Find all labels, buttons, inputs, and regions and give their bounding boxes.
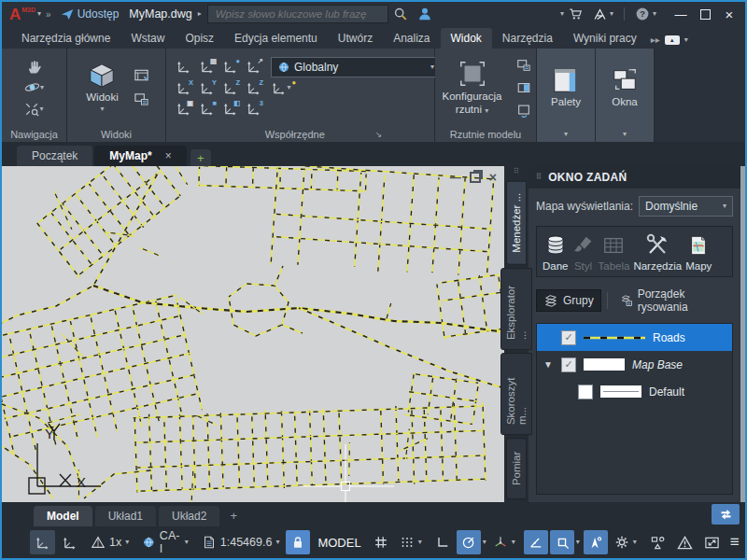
ortho-toggle[interactable] xyxy=(430,530,455,554)
clean-screen-button[interactable] xyxy=(699,530,725,554)
ucs-face-button[interactable]: ■ xyxy=(195,99,218,119)
ribbon-tab-wyniki-pracy[interactable]: Wyniki pracy xyxy=(563,28,647,49)
layout-tab-uklad1[interactable]: Układ1 xyxy=(95,506,156,526)
expand-chevron-icon[interactable]: ▼ xyxy=(543,359,554,370)
ribbon-tab-narzedzia[interactable]: Narzędzia xyxy=(492,28,563,49)
qat-expand-icon[interactable]: » xyxy=(46,9,51,20)
drawing-close-icon[interactable]: × xyxy=(489,171,497,184)
ribbon-tab-analiza[interactable]: Analiza xyxy=(383,28,440,49)
side-tab-skoroszyt[interactable]: Skoroszyt m... xyxy=(500,353,532,435)
autocad-app-icon[interactable]: AM3D xyxy=(9,7,35,22)
pan-button[interactable] xyxy=(24,57,45,76)
data-button[interactable]: Dane xyxy=(543,233,569,272)
viewport-join-button[interactable] xyxy=(514,78,534,97)
ucs-button[interactable] xyxy=(172,57,194,77)
ucs-rotate-z-button[interactable]: Z xyxy=(218,78,241,98)
palettes-button[interactable]: Palety xyxy=(543,64,588,110)
viewport-restore-button[interactable] xyxy=(514,101,534,119)
share-button[interactable]: Udostęp xyxy=(56,4,124,24)
viewport-named-button[interactable] xyxy=(514,56,534,75)
coordinate-system-dropdown[interactable]: Globalny ▾ xyxy=(271,57,441,77)
polar-tracking-toggle[interactable] xyxy=(457,530,481,554)
app-menu-caret-icon[interactable]: ▾ xyxy=(37,10,41,18)
settings-button[interactable]: ▾ xyxy=(610,530,641,554)
display-map-dropdown[interactable]: Domyślnie ▾ xyxy=(639,196,733,217)
panel-caret-palety[interactable]: ▾ xyxy=(537,126,595,142)
layer-row-default[interactable]: Default xyxy=(537,378,732,405)
draw-order-button[interactable]: Porządek rysowania xyxy=(613,285,733,316)
orbit-button[interactable]: ▾ xyxy=(18,78,51,97)
drawing-minimize-icon[interactable]: — xyxy=(450,172,461,183)
isolate-objects-button[interactable] xyxy=(645,530,670,554)
file-caret-icon[interactable]: ▸ xyxy=(198,10,202,18)
ucs-world-button[interactable]: ● xyxy=(218,57,241,77)
drawing-canvas[interactable]: Y X — × xyxy=(2,166,504,502)
close-button[interactable]: × xyxy=(717,5,741,23)
ribbon-minimize-button[interactable]: ▲ xyxy=(665,35,680,45)
layer-row-roads[interactable]: ✓ Roads xyxy=(537,324,732,351)
default-checkbox[interactable] xyxy=(578,385,593,399)
zoom-extents-button[interactable]: ▾ xyxy=(18,100,51,119)
ucs-origin-button[interactable]: ●▾ xyxy=(265,78,297,98)
maps-button[interactable]: Mapy xyxy=(685,233,712,272)
file-tab-poczatek[interactable]: Początek xyxy=(17,146,92,166)
ribbon-minimize-caret-icon[interactable]: ▾ xyxy=(684,36,688,44)
task-pane-toggle-button[interactable] xyxy=(712,504,740,525)
file-tab-mymap[interactable]: MyMap*× xyxy=(94,146,186,166)
scale-lock-toggle[interactable] xyxy=(286,530,310,554)
layout-tab-model[interactable]: Model xyxy=(34,506,92,526)
tools-button[interactable]: Narzędzia xyxy=(633,233,682,272)
view-manager-button[interactable] xyxy=(132,91,152,109)
minimize-button[interactable]: — xyxy=(669,5,693,23)
named-views-button[interactable] xyxy=(132,66,152,85)
search-input[interactable] xyxy=(214,7,382,21)
viewport-config-button[interactable]: Konfiguracjarzutni ▾ xyxy=(437,57,508,117)
panel-label-nawigacja[interactable]: Nawigacja xyxy=(2,126,66,142)
search-button[interactable] xyxy=(388,4,413,24)
dynamic-ucs-toggle[interactable] xyxy=(57,530,82,554)
groups-button[interactable]: Grupy xyxy=(536,289,601,312)
windows-button[interactable]: Okna xyxy=(602,64,647,110)
object-snap-tracking-toggle[interactable] xyxy=(524,530,548,554)
help-button[interactable]: ▾ xyxy=(630,4,661,24)
ribbon-tab-edycja-elementu[interactable]: Edycja elementu xyxy=(224,28,328,49)
autodesk-button[interactable]: ▾ xyxy=(588,4,618,24)
side-tab-menedzer[interactable]: Menedżer ... xyxy=(506,181,527,265)
layout-tab-uklad2[interactable]: Układ2 xyxy=(159,506,219,526)
ucs-z-axis-button[interactable]: Z xyxy=(242,78,264,98)
search-box[interactable] xyxy=(207,5,388,23)
ribbon-tab-opisz[interactable]: Opisz xyxy=(175,28,224,49)
grid-toggle[interactable] xyxy=(369,530,393,554)
notifications-button[interactable] xyxy=(672,530,698,554)
panel-label-wspolrzedne[interactable]: Współrzędne↘ xyxy=(166,126,434,142)
task-pane-header[interactable]: ⠿ OKNO ZADAŃ xyxy=(529,166,740,189)
model-space-button[interactable]: MODEL xyxy=(312,536,366,550)
ribbon-tab-widok[interactable]: Widok xyxy=(441,28,492,49)
osnap-caret-icon[interactable]: ▾ xyxy=(576,539,580,546)
ribbon-tab-wstaw[interactable]: Wstaw xyxy=(120,28,175,49)
ucs-icon-toggle[interactable] xyxy=(30,530,55,554)
roads-checkbox[interactable]: ✓ xyxy=(561,330,576,345)
panel-label-rzutnie[interactable]: Rzutnie modelu xyxy=(435,126,536,142)
panel-caret-okna[interactable]: ▾ xyxy=(596,126,654,142)
sign-in-button[interactable] xyxy=(413,4,437,24)
ucs-rotate-x-button[interactable]: X xyxy=(172,78,194,98)
annotation-scale-button[interactable]: 1x▾ xyxy=(86,530,134,554)
coordinate-system-button[interactable]: CA-I▾ xyxy=(137,530,193,554)
new-drawing-button[interactable]: + xyxy=(190,149,211,166)
ribbon-tab-narzedzia-glowne[interactable]: Narzędzia główne xyxy=(11,28,120,49)
ucs-rotate-y-button[interactable]: Y xyxy=(195,78,218,98)
app-store-button[interactable] xyxy=(564,4,588,24)
new-layout-button[interactable]: + xyxy=(222,505,245,526)
panel-label-widoki[interactable]: Widoki xyxy=(67,126,165,142)
ribbon-tab-utworz[interactable]: Utwórz xyxy=(328,28,383,49)
map-base-checkbox[interactable]: ✓ xyxy=(561,357,576,372)
pane-grip-handle[interactable]: ⠿ xyxy=(514,170,519,174)
ucs-named-button[interactable]: ▤ xyxy=(195,57,218,77)
ucs-3point-button[interactable]: 3 xyxy=(242,99,264,119)
maximize-button[interactable] xyxy=(693,5,717,23)
polar-caret-icon[interactable]: ▾ xyxy=(483,539,486,546)
tab-close-icon[interactable]: × xyxy=(165,149,172,162)
views-button[interactable]: Widoki ▾ xyxy=(80,60,124,115)
drawing-restore-icon[interactable] xyxy=(470,172,481,183)
